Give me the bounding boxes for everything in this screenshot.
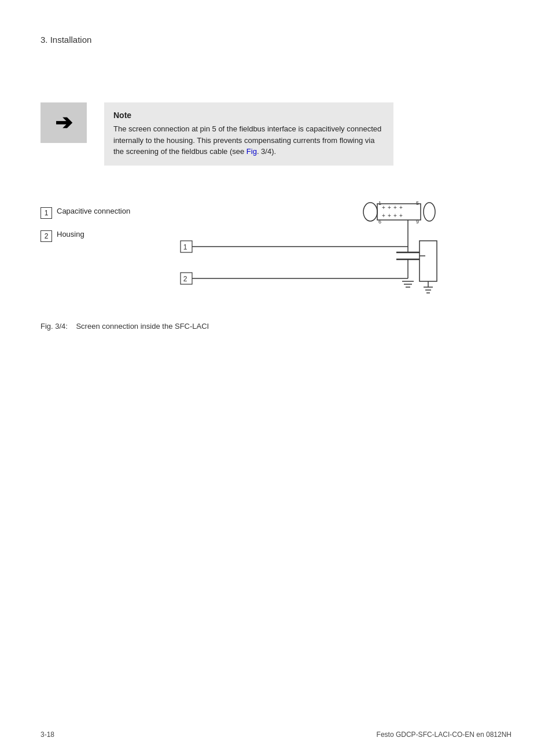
svg-text:+: + — [382, 212, 385, 219]
label-num-2: 2 — [41, 230, 52, 242]
fig-label: Fig. 3/4: — [41, 322, 68, 331]
svg-point-0 — [363, 203, 377, 221]
diagram-svg: + + + + 1 5 + + + + 6 9 — [145, 189, 511, 304]
footer-copyright: Festo GDCP-SFC-LACI-CO-EN en 0812NH — [377, 731, 511, 739]
svg-text:+: + — [382, 204, 385, 211]
arrow-box: ➔ — [41, 102, 87, 143]
svg-text:6: 6 — [378, 219, 381, 225]
section-header: 3. Installation — [41, 35, 511, 45]
label-item-2: 2 Housing — [41, 229, 145, 242]
label-text-2: Housing — [57, 229, 84, 240]
label-text-1: Capacitive connection — [57, 206, 130, 216]
note-area: ➔ Note The screen connection at pin 5 of… — [41, 102, 511, 166]
svg-text:+: + — [388, 204, 391, 211]
svg-text:1: 1 — [183, 243, 187, 251]
note-box: Note The screen connection at pin 5 of t… — [104, 102, 393, 166]
footer: 3-18 Festo GDCP-SFC-LACI-CO-EN en 0812NH — [41, 731, 511, 739]
note-title: Note — [113, 111, 384, 120]
fig-caption: Fig. 3/4: Screen connection inside the S… — [41, 322, 511, 331]
svg-rect-24 — [419, 241, 437, 281]
svg-text:9: 9 — [416, 219, 419, 225]
circuit-diagram: + + + + 1 5 + + + + 6 9 — [156, 189, 446, 304]
section-title: 3. Installation — [41, 35, 91, 45]
svg-text:+: + — [393, 212, 397, 219]
labels-column: 1 Capacitive connection 2 Housing — [41, 189, 145, 252]
svg-text:+: + — [393, 204, 397, 211]
diagram-area: 1 Capacitive connection 2 Housing + — [41, 189, 511, 304]
fig-link[interactable]: Fig — [246, 147, 257, 156]
note-text: The screen connection at pin 5 of the fi… — [113, 123, 384, 157]
fig-text: Screen connection inside the SFC-LACI — [76, 322, 209, 331]
page: 3. Installation ➔ Note The screen connec… — [0, 0, 552, 756]
page-number: 3-18 — [41, 731, 54, 739]
svg-point-14 — [424, 203, 435, 221]
label-item-1: 1 Capacitive connection — [41, 206, 145, 219]
label-num-1: 1 — [41, 207, 52, 219]
svg-text:+: + — [399, 212, 403, 219]
svg-text:2: 2 — [183, 275, 187, 283]
arrow-icon: ➔ — [55, 111, 72, 135]
svg-text:5: 5 — [416, 200, 419, 206]
svg-text:+: + — [399, 204, 403, 211]
svg-text:+: + — [388, 212, 391, 219]
svg-text:1: 1 — [378, 200, 381, 206]
